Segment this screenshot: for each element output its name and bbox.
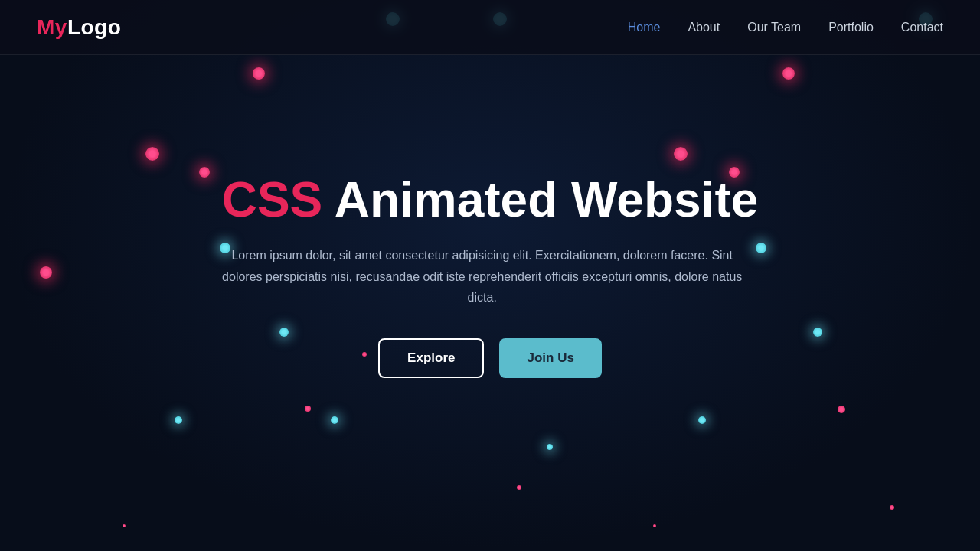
pink-dot-6: [40, 266, 52, 279]
hero-description: Lorem ipsum dolor, sit amet consectetur …: [222, 245, 743, 308]
pink-dot-8: [838, 406, 845, 413]
pink-dot-1: [782, 67, 795, 80]
join-button[interactable]: Join Us: [499, 338, 601, 378]
pink-dot-0: [253, 67, 265, 80]
cyan-dot-10: [547, 444, 553, 450]
pink-dot-10: [890, 505, 894, 510]
pink-dot-11: [122, 524, 126, 527]
pink-dot-4: [674, 147, 688, 161]
nav-link-home[interactable]: Home: [628, 21, 661, 34]
nav-link-contact[interactable]: Contact: [901, 21, 943, 34]
hero-content: CSS Animated Website Lorem ipsum dolor, …: [222, 173, 759, 378]
navbar: MyLogo HomeAboutOur TeamPortfolioContact: [0, 0, 980, 55]
hero-title-white: Animated Website: [322, 172, 758, 227]
pink-dot-2: [145, 147, 159, 161]
pink-dot-12: [653, 524, 656, 527]
logo: MyLogo: [37, 15, 121, 40]
hero-buttons: Explore Join Us: [222, 338, 759, 378]
nav-item-portfolio[interactable]: Portfolio: [828, 21, 874, 34]
nav-link-portfolio[interactable]: Portfolio: [828, 21, 874, 34]
cyan-dot-8: [331, 416, 338, 424]
hero-title: CSS Animated Website: [222, 173, 759, 227]
nav-item-contact[interactable]: Contact: [901, 21, 943, 34]
pink-dot-3: [199, 167, 210, 178]
nav-links: HomeAboutOur TeamPortfolioContact: [628, 21, 943, 34]
nav-link-about[interactable]: About: [688, 21, 720, 34]
cyan-dot-9: [698, 416, 706, 424]
nav-link-our-team[interactable]: Our Team: [747, 21, 801, 34]
explore-button[interactable]: Explore: [378, 338, 484, 378]
cyan-dot-6: [813, 328, 822, 337]
nav-item-our-team[interactable]: Our Team: [747, 21, 801, 34]
nav-item-about[interactable]: About: [688, 21, 720, 34]
logo-rest: Logo: [67, 15, 121, 39]
logo-my: My: [37, 15, 67, 39]
cyan-dot-7: [175, 416, 182, 424]
pink-dot-9: [517, 485, 521, 490]
pink-dot-7: [305, 406, 311, 412]
hero-section: CSS Animated Website Lorem ipsum dolor, …: [0, 0, 980, 551]
nav-item-home[interactable]: Home: [628, 21, 661, 34]
hero-title-colored: CSS: [222, 172, 323, 227]
